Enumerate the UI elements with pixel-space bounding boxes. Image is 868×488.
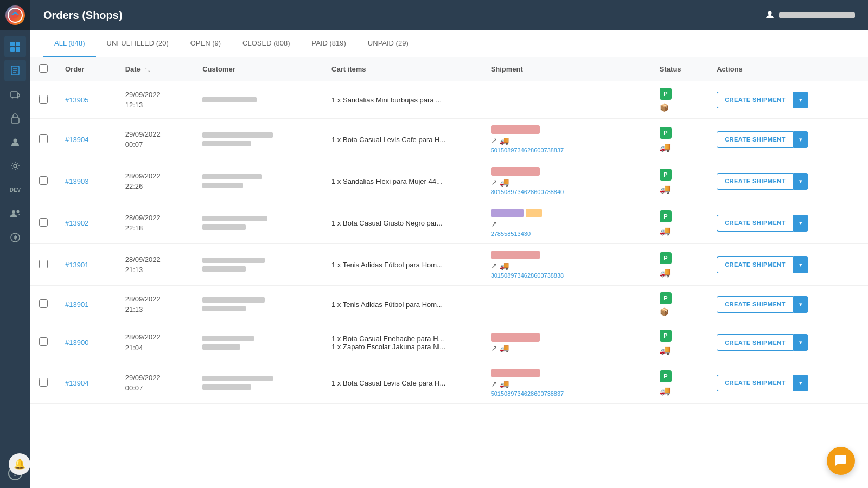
customer-name [202, 258, 265, 263]
tracking-number: 501508973462860073883​7 [491, 390, 642, 397]
create-shipment-dropdown[interactable]: ▾ [793, 92, 808, 108]
status-badge-paid: P [660, 292, 672, 304]
tabs-bar: ALL (848) UNFULFILLED (20) OPEN (9) CLOS… [30, 30, 868, 57]
tab-unfulfilled[interactable]: UNFULFILLED (20) [96, 30, 180, 57]
actions-cell: CREATE SHIPMENT ▾ [708, 362, 868, 404]
status-cell: P 🚚 [651, 323, 708, 362]
customer-name [202, 132, 273, 138]
customer-name-2 [202, 183, 243, 188]
svg-rect-9 [11, 92, 17, 97]
topbar: Orders (Shops) [30, 0, 868, 30]
shipment-cell: ↗ 🚚 501508973462860073883​7 [482, 362, 651, 404]
dashboard-icon[interactable] [4, 36, 26, 57]
order-link[interactable]: #13900 [65, 338, 88, 346]
create-shipment-button[interactable]: CREATE SHIPMENT [717, 256, 793, 273]
carrier-label-purple [491, 209, 524, 217]
orders-icon[interactable] [4, 60, 26, 81]
tracking-number: 801508973462860073884​0 [491, 189, 642, 195]
contacts-icon[interactable] [4, 131, 26, 153]
carrier-label [491, 125, 540, 134]
order-link[interactable]: #13904 [65, 379, 88, 387]
tab-open[interactable]: OPEN (9) [180, 30, 232, 57]
row-checkbox-cell [30, 81, 56, 119]
tab-closed[interactable]: CLOSED (808) [232, 30, 301, 57]
create-shipment-button[interactable]: CREATE SHIPMENT [717, 334, 793, 351]
chat-bubble[interactable] [827, 447, 855, 475]
create-shipment-group: CREATE SHIPMENT ▾ [717, 131, 859, 148]
create-shipment-dropdown[interactable]: ▾ [793, 131, 808, 148]
shipments-icon[interactable] [4, 84, 26, 105]
cart-items-cell: 1 x Tenis Adidas Fútbol para Hom... [323, 244, 482, 286]
create-shipment-button[interactable]: CREATE SHIPMENT [717, 131, 793, 148]
row-checkbox[interactable] [39, 95, 48, 104]
customer-name-2 [202, 141, 251, 146]
cart-items-cell: 1 x Bota Casual Levis Cafe para H... [323, 119, 482, 160]
create-shipment-group: CREATE SHIPMENT ▾ [717, 173, 859, 190]
settings-icon[interactable] [4, 155, 26, 177]
logo-icon [5, 5, 25, 25]
row-checkbox[interactable] [39, 218, 48, 227]
date-cell: 28/09/202222:26 [117, 160, 194, 202]
lock-icon[interactable] [4, 107, 26, 129]
order-link[interactable]: #13905 [65, 96, 88, 104]
customer-name [202, 174, 262, 179]
date-header[interactable]: Date ↑↓ [117, 57, 194, 81]
carrier-label [491, 167, 540, 176]
tab-unpaid[interactable]: UNPAID (29) [357, 30, 419, 57]
status-icon-truck: 🚚 [660, 386, 699, 396]
row-checkbox-cell [30, 202, 56, 244]
create-shipment-button[interactable]: CREATE SHIPMENT [717, 375, 793, 391]
order-link[interactable]: #13904 [65, 136, 88, 144]
order-cell: #13904 [56, 119, 117, 160]
status-badge-paid: P [660, 169, 672, 181]
status-icon-truck: 🚚 [660, 345, 699, 355]
customer-name-2 [202, 306, 246, 311]
logo[interactable] [0, 0, 30, 30]
create-shipment-dropdown[interactable]: ▾ [793, 215, 808, 232]
create-shipment-dropdown[interactable]: ▾ [793, 334, 808, 351]
team-icon[interactable] [4, 203, 26, 224]
create-shipment-dropdown[interactable]: ▾ [793, 173, 808, 190]
order-link[interactable]: #13903 [65, 177, 88, 185]
notification-bell[interactable]: 🔔 [9, 453, 30, 475]
create-shipment-dropdown[interactable]: ▾ [793, 296, 808, 313]
create-shipment-dropdown[interactable]: ▾ [793, 256, 808, 273]
tab-paid[interactable]: PAID (819) [301, 30, 357, 57]
truck-icon: 🚚 [500, 178, 509, 187]
create-shipment-group: CREATE SHIPMENT ▾ [717, 92, 859, 108]
actions-cell: CREATE SHIPMENT ▾ [708, 286, 868, 323]
billing-icon[interactable] [4, 227, 26, 248]
order-link[interactable]: #13902 [65, 219, 88, 227]
status-cell: P 📦 [651, 81, 708, 119]
cart-items-cell: 1 x Tenis Adidas Fútbol para Hom... [323, 286, 482, 323]
orders-table: Order Date ↑↓ Customer Cart items Shipme… [30, 57, 868, 404]
tab-all[interactable]: ALL (848) [43, 30, 96, 57]
row-checkbox[interactable] [39, 134, 48, 143]
order-cell: #13901 [56, 244, 117, 286]
create-shipment-button[interactable]: CREATE SHIPMENT [717, 173, 793, 190]
order-link[interactable]: #13901 [65, 300, 88, 309]
carrier-label [491, 251, 540, 259]
route-icon: ↗ [491, 220, 497, 228]
cart-items-cell: 1 x Sandalias Flexi para Mujer 44... [323, 160, 482, 202]
status-header: Status [651, 57, 708, 81]
row-checkbox[interactable] [39, 378, 48, 387]
select-all-checkbox[interactable] [39, 64, 48, 73]
customer-name [202, 216, 267, 221]
create-shipment-button[interactable]: CREATE SHIPMENT [717, 92, 793, 108]
order-link[interactable]: #13901 [65, 261, 88, 269]
dev-icon[interactable]: DEV [4, 179, 26, 201]
create-shipment-button[interactable]: CREATE SHIPMENT [717, 296, 793, 313]
route-icon: ↗ [491, 344, 497, 352]
create-shipment-button[interactable]: CREATE SHIPMENT [717, 215, 793, 232]
create-shipment-dropdown[interactable]: ▾ [793, 375, 808, 391]
cart-items-cell: 1 x Bota Casual Levis Cafe para H... [323, 362, 482, 404]
carrier-label-orange [526, 209, 542, 217]
row-checkbox[interactable] [39, 299, 48, 308]
row-checkbox[interactable] [39, 260, 48, 268]
order-cell: #13903 [56, 160, 117, 202]
row-checkbox[interactable] [39, 337, 48, 346]
truck-icon: 🚚 [500, 136, 509, 145]
status-badge-paid: P [660, 252, 672, 264]
row-checkbox[interactable] [39, 176, 48, 185]
